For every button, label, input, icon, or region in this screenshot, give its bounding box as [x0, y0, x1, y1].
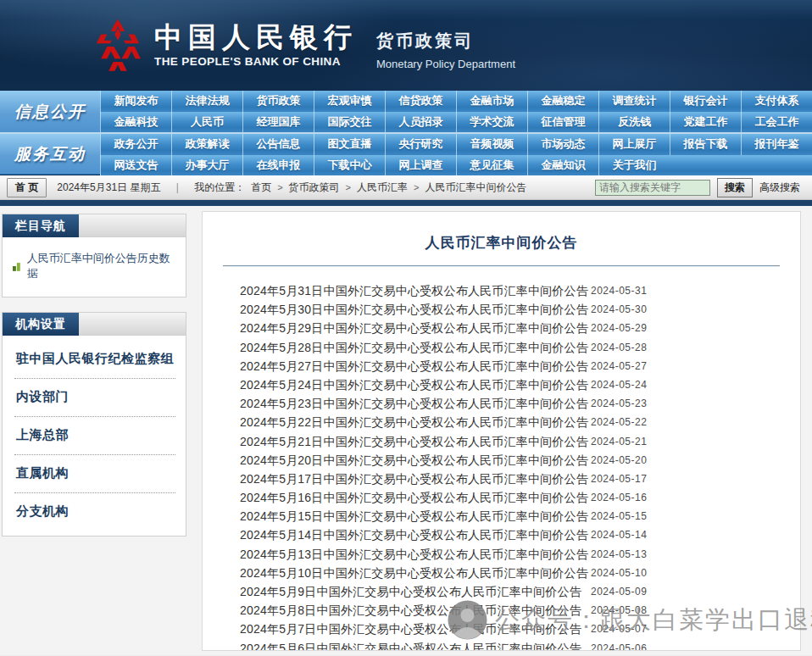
announcement-row: 2024年5月31日中国外汇交易中心受权公布人民币汇率中间价公告 2024-05…	[203, 281, 800, 300]
nav-menu-item[interactable]: 音频视频	[456, 134, 527, 155]
nav-menu-item[interactable]: 人员招录	[385, 112, 456, 133]
search-button[interactable]: 搜索	[717, 178, 753, 197]
announcement-link[interactable]: 2024年5月10日中国外汇交易中心受权公布人民币汇率中间价公告	[240, 566, 588, 580]
announcement-link[interactable]: 2024年5月14日中国外汇交易中心受权公布人民币汇率中间价公告	[240, 528, 588, 542]
search-input[interactable]	[595, 180, 710, 196]
nav-menu-item[interactable]: 金融市场	[456, 91, 527, 112]
announcement-date: 2024-05-21	[591, 432, 647, 451]
nav-menu-item[interactable]: 国际交往	[314, 112, 385, 133]
nav-menu-item[interactable]: 支付体系	[741, 91, 812, 112]
nav-menu-item[interactable]: 在线申报	[242, 155, 314, 176]
nav-menu-item[interactable]: 下载中心	[314, 155, 385, 176]
sidebar-org-item[interactable]: 直属机构	[14, 455, 175, 493]
department-name-en: Monetary Policy Department	[376, 58, 515, 70]
nav-menu-item[interactable]: 金融稳定	[527, 91, 598, 112]
sidebar-history-data-link[interactable]: 人民币汇率中间价公告历史数据	[13, 251, 177, 281]
nav-row-1: 新闻发布法律法规货币政策宏观审慎信贷政策金融市场金融稳定调查统计银行会计支付体系	[100, 91, 812, 112]
nav-menu-item[interactable]: 党建工作	[670, 112, 741, 133]
nav-menu-item[interactable]: 工会工作	[741, 112, 812, 133]
sidebar-nav-box-title: 栏目导航	[3, 214, 79, 237]
nav-menu-item[interactable]: 报告下载	[670, 134, 741, 155]
announcement-link[interactable]: 2024年5月28日中国外汇交易中心受权公布人民币汇率中间价公告	[240, 341, 588, 354]
nav-section-label[interactable]: 信息公开	[0, 91, 100, 132]
nav-menu-item[interactable]: 网上调查	[385, 155, 456, 176]
nav-row-4: 网送文告办事大厅在线申报下载中心网上调查意见征集金融知识关于我们	[100, 155, 812, 176]
sidebar-org-item[interactable]: 驻中国人民银行纪检监察组	[14, 341, 175, 379]
nav-section-services: 服务互动 政务公开政策解读公告信息图文直播央行研究音频视频市场动态网上展厅报告下…	[0, 132, 812, 174]
breadcrumb-rmb-rate[interactable]: 人民币汇率	[357, 181, 408, 195]
announcement-date: 2024-05-07	[591, 620, 647, 638]
home-button[interactable]: 首 页	[7, 178, 47, 197]
announcement-link[interactable]: 2024年5月24日中国外汇交易中心受权公布人民币汇率中间价公告	[240, 378, 588, 392]
announcement-date: 2024-05-10	[591, 564, 647, 582]
nav-menu-item[interactable]: 法律法规	[171, 91, 242, 112]
announcement-date: 2024-05-30	[591, 300, 647, 319]
announcement-row: 2024年5月29日中国外汇交易中心受权公布人民币汇率中间价公告 2024-05…	[203, 319, 800, 337]
announcement-list: 2024年5月31日中国外汇交易中心受权公布人民币汇率中间价公告 2024-05…	[203, 281, 800, 651]
sidebar-org-box: 机构设置 驻中国人民银行纪检监察组内设部门上海总部直属机构分支机构	[2, 312, 186, 536]
nav-menu-item[interactable]: 银行会计	[670, 91, 741, 112]
nav-menu-item[interactable]: 学术交流	[456, 112, 527, 133]
announcement-row: 2024年5月6日中国外汇交易中心受权公布人民币汇率中间价公告 2024-05-…	[203, 639, 800, 651]
nav-menu-item[interactable]: 意见征集	[456, 155, 527, 176]
sidebar-org-item[interactable]: 分支机构	[14, 493, 175, 531]
breadcrumb-separator: >	[277, 182, 282, 192]
nav-menu-item[interactable]: 报刊年鉴	[741, 134, 812, 155]
nav-menu-item[interactable]: 反洗钱	[598, 112, 670, 133]
announcement-link[interactable]: 2024年5月8日中国外汇交易中心受权公布人民币汇率中间价公告	[240, 603, 581, 617]
nav-menu-item[interactable]: 网上展厅	[598, 134, 670, 155]
sidebar-org-item[interactable]: 内设部门	[14, 379, 175, 417]
announcement-link[interactable]: 2024年5月7日中国外汇交易中心受权公布人民币汇率中间价公告	[240, 622, 581, 636]
announcement-link[interactable]: 2024年5月6日中国外汇交易中心受权公布人民币汇率中间价公告	[240, 642, 581, 651]
breadcrumb-dept[interactable]: 货币政策司	[289, 181, 340, 195]
announcement-link[interactable]: 2024年5月23日中国外汇交易中心受权公布人民币汇率中间价公告	[240, 397, 588, 410]
announcement-link[interactable]: 2024年5月22日中国外汇交易中心受权公布人民币汇率中间价公告	[240, 415, 588, 429]
toolbar-divider: ｜	[172, 181, 182, 195]
nav-menu-item[interactable]: 网送文告	[100, 155, 171, 176]
bank-name-cn: 中国人民银行	[154, 23, 358, 52]
nav-menu-item[interactable]: 宏观审慎	[314, 91, 385, 112]
breadcrumb-home[interactable]: 首页	[251, 181, 271, 195]
announcement-row: 2024年5月17日中国外汇交易中心受权公布人民币汇率中间价公告 2024-05…	[203, 470, 800, 488]
nav-menu-item[interactable]: 图文直播	[314, 134, 385, 155]
nav-menu-item[interactable]: 人民币	[171, 112, 242, 133]
advanced-search-link[interactable]: 高级搜索	[759, 181, 800, 195]
announcement-link[interactable]: 2024年5月9日中国外汇交易中心受权公布人民币汇率中间价公告	[240, 585, 581, 598]
nav-menu-item[interactable]: 公告信息	[242, 134, 314, 155]
nav-menu-item[interactable]: 政策解读	[171, 134, 242, 155]
announcement-link[interactable]: 2024年5月27日中国外汇交易中心受权公布人民币汇率中间价公告	[240, 359, 588, 373]
announcement-link[interactable]: 2024年5月13日中国外汇交易中心受权公布人民币汇率中间价公告	[240, 548, 588, 561]
nav-menu-item[interactable]: 调查统计	[598, 91, 670, 112]
nav-menu-item[interactable]: 办事大厅	[171, 155, 242, 176]
announcement-row: 2024年5月22日中国外汇交易中心受权公布人民币汇率中间价公告 2024-05…	[203, 413, 800, 431]
sidebar-org-item[interactable]: 上海总部	[14, 417, 175, 455]
announcement-link[interactable]: 2024年5月16日中国外汇交易中心受权公布人民币汇率中间价公告	[240, 491, 588, 504]
nav-menu-item[interactable]: 新闻发布	[100, 91, 171, 112]
nav-menu-item[interactable]: 关于我们	[598, 155, 670, 176]
announcement-link[interactable]: 2024年5月15日中国外汇交易中心受权公布人民币汇率中间价公告	[240, 509, 588, 523]
nav-menu-item[interactable]: 征信管理	[527, 112, 598, 133]
sidebar-org-box-title: 机构设置	[3, 313, 79, 336]
announcement-link[interactable]: 2024年5月29日中国外汇交易中心受权公布人民币汇率中间价公告	[240, 321, 588, 335]
nav-section-label[interactable]: 服务互动	[0, 134, 100, 174]
announcement-link[interactable]: 2024年5月31日中国外汇交易中心受权公布人民币汇率中间价公告	[240, 284, 588, 297]
title-divider	[223, 265, 780, 267]
nav-menu-item[interactable]: 金融科技	[100, 112, 171, 133]
announcement-link[interactable]: 2024年5月30日中国外汇交易中心受权公布人民币汇率中间价公告	[240, 303, 588, 316]
breadcrumb-current-page[interactable]: 人民币汇率中间价公告	[425, 181, 526, 195]
nav-menu-item[interactable]: 金融知识	[527, 155, 598, 176]
bank-name-block: 中国人民银行 THE PEOPLE'S BANK OF CHINA	[154, 23, 358, 68]
announcement-link[interactable]: 2024年5月21日中国外汇交易中心受权公布人民币汇率中间价公告	[240, 435, 588, 448]
nav-menu-item[interactable]: 信贷政策	[385, 91, 456, 112]
nav-menu-item[interactable]: 政务公开	[100, 134, 171, 155]
pboc-monetary-policy-page: { "header": { "bank_name_cn": "中国人民银行", …	[0, 0, 812, 656]
announcement-link[interactable]: 2024年5月20日中国外汇交易中心受权公布人民币汇率中间价公告	[240, 453, 588, 467]
announcement-date: 2024-05-31	[591, 281, 647, 300]
nav-menu-item[interactable]: 央行研究	[385, 134, 456, 155]
nav-menu-item[interactable]: 市场动态	[527, 134, 598, 155]
nav-menu-item[interactable]: 经理国库	[242, 112, 314, 133]
announcement-row: 2024年5月9日中国外汇交易中心受权公布人民币汇率中间价公告 2024-05-…	[203, 582, 800, 601]
nav-menu-item[interactable]: 货币政策	[242, 91, 314, 112]
announcement-link[interactable]: 2024年5月17日中国外汇交易中心受权公布人民币汇率中间价公告	[240, 472, 588, 486]
announcement-date: 2024-05-06	[591, 639, 647, 651]
